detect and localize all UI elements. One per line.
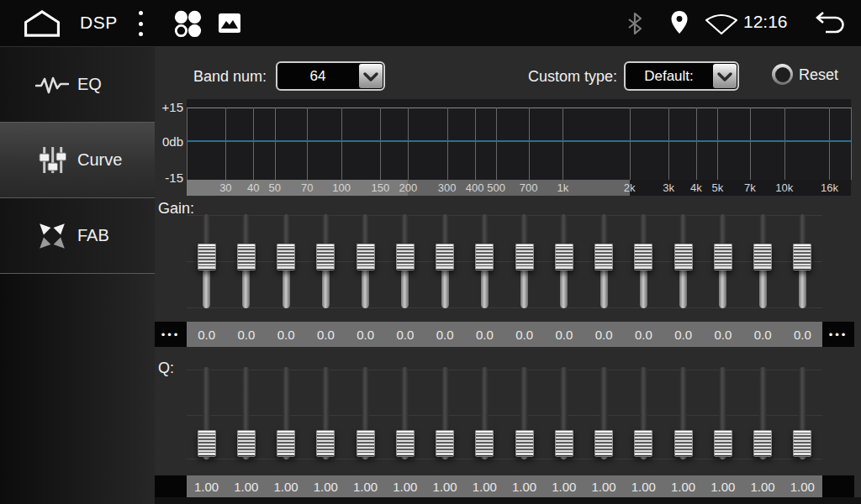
q-slider[interactable] xyxy=(663,365,703,466)
gain-slider[interactable] xyxy=(267,210,306,311)
gallery-icon[interactable] xyxy=(219,13,240,33)
gain-slider[interactable] xyxy=(703,210,742,311)
band-num-dropdown[interactable]: 64 xyxy=(276,61,385,91)
slider-thumb[interactable] xyxy=(555,244,573,270)
dropdown-chevron-button[interactable] xyxy=(359,64,383,88)
gain-slider[interactable] xyxy=(663,210,703,311)
gain-slider[interactable] xyxy=(544,210,584,311)
slider-thumb[interactable] xyxy=(594,244,613,270)
eq-plot[interactable]: 304050701001502003004005007001k2k3k4k5k7… xyxy=(187,99,851,196)
q-more-right-button[interactable] xyxy=(822,475,854,497)
slider-thumb[interactable] xyxy=(793,430,811,457)
q-slider[interactable] xyxy=(544,365,584,466)
back-icon[interactable] xyxy=(809,11,848,36)
plot-gridline xyxy=(187,108,188,180)
gain-slider[interactable] xyxy=(346,210,385,311)
slider-thumb[interactable] xyxy=(753,430,772,457)
slider-thumb[interactable] xyxy=(357,430,375,457)
q-slider[interactable] xyxy=(504,365,544,466)
gain-slider[interactable] xyxy=(624,210,663,311)
slider-thumb[interactable] xyxy=(515,244,534,270)
slider-thumb[interactable] xyxy=(475,244,494,270)
q-slider[interactable] xyxy=(226,365,266,466)
gain-slider[interactable] xyxy=(187,210,226,311)
gain-slider[interactable] xyxy=(743,210,783,311)
slider-thumb[interactable] xyxy=(396,430,415,457)
slider-thumb[interactable] xyxy=(515,430,534,457)
q-label: Q: xyxy=(158,360,174,377)
gain-value: 0.0 xyxy=(624,322,663,347)
gain-slider[interactable] xyxy=(306,210,346,311)
slider-thumb[interactable] xyxy=(198,430,216,457)
slider-thumb[interactable] xyxy=(634,430,652,457)
gain-value: 0.0 xyxy=(743,322,783,347)
slider-thumb[interactable] xyxy=(674,244,693,270)
q-slider[interactable] xyxy=(624,365,663,466)
gain-slider[interactable] xyxy=(385,210,425,311)
q-slider[interactable] xyxy=(703,365,742,466)
slider-thumb[interactable] xyxy=(634,244,652,270)
slider-thumb[interactable] xyxy=(277,430,295,457)
q-slider[interactable] xyxy=(187,365,226,466)
apps-icon[interactable] xyxy=(172,8,203,39)
slider-thumb[interactable] xyxy=(237,244,256,270)
bluetooth-icon xyxy=(626,12,644,35)
slider-thumb[interactable] xyxy=(237,430,256,457)
gain-value: 0.0 xyxy=(425,322,465,347)
q-slider[interactable] xyxy=(425,365,465,466)
gain-value: 0.0 xyxy=(703,322,742,347)
band-num-label: Band num: xyxy=(193,68,267,86)
slider-thumb[interactable] xyxy=(793,244,811,270)
slider-thumb[interactable] xyxy=(316,244,335,270)
home-icon[interactable] xyxy=(22,9,62,38)
gain-value: 0.0 xyxy=(663,322,703,347)
slider-thumb[interactable] xyxy=(316,430,335,457)
q-slider[interactable] xyxy=(783,365,822,466)
slider-thumb[interactable] xyxy=(714,244,732,270)
gain-slider[interactable] xyxy=(226,210,266,311)
slider-thumb[interactable] xyxy=(396,244,415,270)
slider-thumb[interactable] xyxy=(674,430,693,457)
slider-thumb[interactable] xyxy=(753,244,772,270)
reset-radio[interactable] xyxy=(772,64,793,85)
slider-thumb[interactable] xyxy=(277,244,295,270)
custom-type-dropdown[interactable]: Default: xyxy=(624,61,739,91)
gain-slider[interactable] xyxy=(465,210,504,311)
slider-thumb[interactable] xyxy=(436,244,454,270)
slider-thumb[interactable] xyxy=(357,244,375,270)
q-value: 1.00 xyxy=(783,475,822,497)
q-value: 1.00 xyxy=(743,475,783,497)
q-slider[interactable] xyxy=(743,365,783,466)
q-slider[interactable] xyxy=(584,365,624,466)
q-slider[interactable] xyxy=(267,365,306,466)
plot-gridline xyxy=(630,108,631,180)
gain-more-right-button[interactable]: ••• xyxy=(822,322,854,347)
plot-gridline xyxy=(225,108,226,180)
freq-tick-label: 3k xyxy=(663,180,674,196)
q-slider[interactable] xyxy=(385,365,425,466)
q-more-left-button[interactable] xyxy=(155,475,187,497)
freq-tick-label: 50 xyxy=(269,180,281,196)
slider-thumb[interactable] xyxy=(436,430,454,457)
q-slider[interactable] xyxy=(465,365,504,466)
gain-slider[interactable] xyxy=(504,210,544,311)
q-value: 1.00 xyxy=(187,475,226,497)
gain-more-left-button[interactable]: ••• xyxy=(155,322,187,347)
slider-thumb[interactable] xyxy=(555,430,573,457)
gain-slider[interactable] xyxy=(584,210,624,311)
slider-thumb[interactable] xyxy=(594,430,613,457)
freq-tick-label: 5k xyxy=(712,180,724,196)
q-slider[interactable] xyxy=(306,365,346,466)
q-slider[interactable] xyxy=(346,365,385,466)
sidebar-item-label: FAB xyxy=(77,226,109,245)
gain-slider[interactable] xyxy=(783,210,822,311)
slider-thumb[interactable] xyxy=(475,430,494,457)
kebab-menu-icon[interactable] xyxy=(135,11,146,36)
slider-thumb[interactable] xyxy=(714,430,732,457)
gain-slider[interactable] xyxy=(425,210,465,311)
dropdown-chevron-button[interactable] xyxy=(713,64,737,88)
slider-thumb[interactable] xyxy=(198,244,216,270)
sidebar-item-fab[interactable]: FAB xyxy=(0,198,155,274)
gain-value: 0.0 xyxy=(187,322,226,347)
gain-value: 0.0 xyxy=(504,322,544,347)
